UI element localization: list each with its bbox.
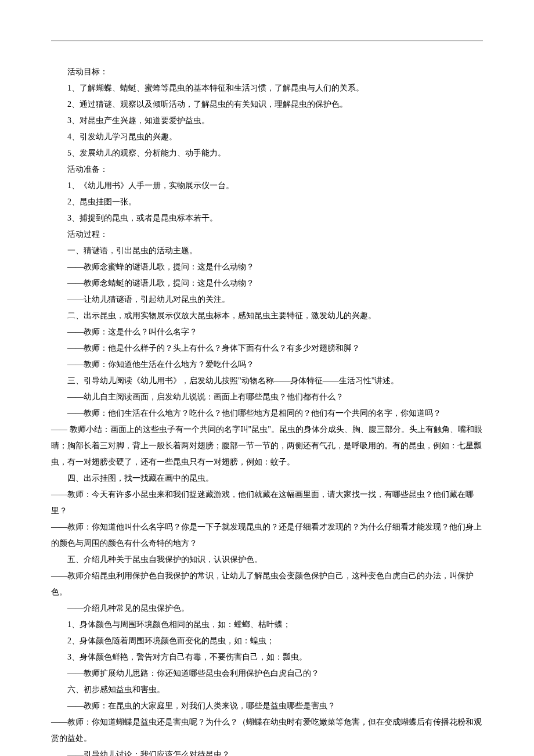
paragraph: ——教师扩展幼儿思路：你还知道哪些昆虫会利用保护色白虎自己的？ <box>51 665 483 682</box>
paragraph: 2、身体颜色随着周围环境颜色而变化的昆虫，如：蝗虫； <box>51 633 483 649</box>
paragraph: 3、捕捉到的昆虫，或者是昆虫标本若干。 <box>51 210 483 226</box>
paragraph: ——教师：你知道他生活在什么地方？爱吃什么吗？ <box>51 357 483 373</box>
paragraph: 五、介绍几种关于昆虫自我保护的知识，认识保护色。 <box>51 552 483 568</box>
paragraph: 活动目标： <box>51 64 483 80</box>
paragraph: ——引导幼儿讨论：我们应该怎么对待昆虫？ <box>51 747 483 756</box>
paragraph: 1、《幼儿用书》人手一册，实物展示仪一台。 <box>51 178 483 194</box>
paragraph: —— 教师小结：画面上的这些虫子有一个共同的名字叫"昆虫"。昆虫的身体分成头、胸… <box>51 422 483 470</box>
paragraph: 活动过程： <box>51 226 483 243</box>
paragraph: ——教师：他们生活在什么地方？吃什么？他们哪些地方是相同的？他们有一个共同的名字… <box>51 405 483 422</box>
paragraph: ——教师念蜜蜂的谜语儿歌，提问：这是什么动物？ <box>51 259 483 275</box>
paragraph: ——教师介绍昆虫利用保护色自我保护的常识，让幼儿了解昆虫会变颜色保护自己，这种变… <box>51 568 483 600</box>
paragraph: 四、出示挂图，找一找藏在画中的昆虫。 <box>51 470 483 487</box>
paragraph: 1、身体颜色与周围环境颜色相同的昆虫，如：螳螂、枯叶蝶； <box>51 617 483 633</box>
paragraph: ——介绍几种常见的昆虫保护色。 <box>51 600 483 617</box>
paragraph: ——教师：他是什么样子的？头上有什么？身体下面有什么？有多少对翅膀和脚？ <box>51 340 483 357</box>
paragraph: 3、对昆虫产生兴趣，知道要爱护益虫。 <box>51 113 483 129</box>
paragraph: ——教师：你知道他叫什么名字吗？你是一下子就发现昆虫的？还是仔细看才发现的？为什… <box>51 519 483 552</box>
paragraph: ——教师：这是什么？叫什么名字？ <box>51 324 483 340</box>
paragraph: 3、身体颜色鲜艳，警告对方自己有毒，不要伤害自己，如：瓢虫。 <box>51 649 483 665</box>
paragraph: ——教师念蜻蜓的谜语儿歌，提问：这是什么动物？ <box>51 275 483 291</box>
paragraph: 1、了解蝴蝶、蜻蜓、蜜蜂等昆虫的基本特征和生活习惯，了解昆虫与人们的关系。 <box>51 80 483 96</box>
paragraph: 六、初步感知益虫和害虫。 <box>51 682 483 698</box>
paragraph: ——教师：今天有许多小昆虫来和我们捉迷藏游戏，他们就藏在这幅画里面，请大家找一找… <box>51 487 483 519</box>
paragraph: 三、引导幼儿阅读《幼儿用书》，启发幼儿按照"动物名称——身体特征——生活习性"讲… <box>51 373 483 389</box>
paragraph: ——教师：在昆虫的大家庭里，对我们人类来说，哪些是益虫哪些是害虫？ <box>51 698 483 714</box>
paragraph: 4、引发幼儿学习昆虫的兴趣。 <box>51 129 483 145</box>
horizontal-rule <box>51 41 483 41</box>
paragraph: 活动准备： <box>51 161 483 178</box>
paragraph: 2、通过猜谜、观察以及倾听活动，了解昆虫的有关知识，理解昆虫的保护色。 <box>51 96 483 113</box>
paragraph: 二、出示昆虫，或用实物展示仪放大昆虫标本，感知昆虫主要特征，激发幼儿的兴趣。 <box>51 308 483 324</box>
paragraph: 5、发展幼儿的观察、分析能力、动手能力。 <box>51 145 483 161</box>
paragraph: 2、昆虫挂图一张。 <box>51 194 483 210</box>
paragraph: ——幼儿自主阅读画面，启发幼儿说说：画面上有哪些昆虫？他们都有什么？ <box>51 389 483 405</box>
paragraph: ——教师：你知道蝴蝶是益虫还是害虫呢？为什么？（蝴蝶在幼虫时有爱吃嫩菜等危害，但… <box>51 714 483 747</box>
paragraph: ——让幼儿猜谜语，引起幼儿对昆虫的关注。 <box>51 291 483 308</box>
paragraph: 一、猜谜语，引出昆虫的活动主题。 <box>51 243 483 259</box>
document-body: 活动目标： 1、了解蝴蝶、蜻蜓、蜜蜂等昆虫的基本特征和生活习惯，了解昆虫与人们的… <box>51 64 483 756</box>
